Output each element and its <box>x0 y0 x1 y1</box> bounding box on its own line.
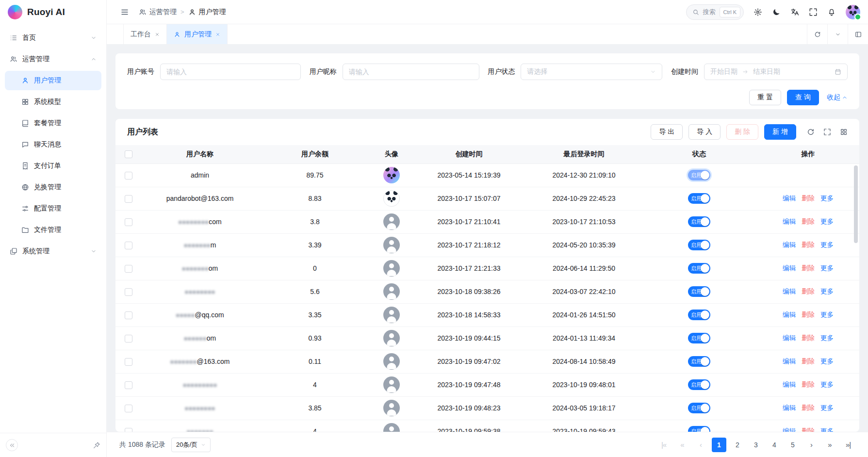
page-button-1[interactable]: 1 <box>712 438 726 452</box>
more-link[interactable]: 更多 <box>820 218 834 225</box>
sidebar-item-config-management[interactable]: 配置管理 <box>5 199 101 218</box>
tabs-refresh-button[interactable] <box>807 24 827 44</box>
sidebar-item-system-management[interactable]: 系统管理 <box>5 242 101 261</box>
row-checkbox[interactable] <box>125 288 132 296</box>
settings-button[interactable] <box>750 4 766 20</box>
collapse-filters-link[interactable]: 收起 <box>827 93 848 102</box>
table-fullscreen-button[interactable] <box>823 128 831 136</box>
edit-link[interactable]: 编辑 <box>783 404 796 411</box>
more-link[interactable]: 更多 <box>820 427 834 432</box>
delete-link[interactable]: 删除 <box>802 404 815 411</box>
edit-link[interactable]: 编辑 <box>783 218 796 225</box>
status-toggle[interactable]: 启用 <box>688 379 710 390</box>
prev-page-button[interactable]: ‹ <box>693 438 708 452</box>
export-button[interactable]: 导 出 <box>651 124 683 140</box>
row-checkbox[interactable] <box>125 428 132 432</box>
status-toggle[interactable]: 启用 <box>688 263 710 274</box>
nickname-input[interactable] <box>343 64 479 80</box>
more-link[interactable]: 更多 <box>820 404 834 411</box>
more-link[interactable]: 更多 <box>820 195 834 202</box>
status-select[interactable]: 请选择 <box>521 64 662 80</box>
status-toggle[interactable]: 启用 <box>688 286 710 297</box>
delete-link[interactable]: 删除 <box>802 241 815 248</box>
row-checkbox[interactable] <box>125 172 132 180</box>
breadcrumb-operations[interactable]: 运营管理 <box>139 8 177 16</box>
account-input[interactable] <box>160 64 301 80</box>
user-avatar[interactable] <box>846 5 860 19</box>
layout-toggle-button[interactable] <box>848 24 868 44</box>
status-toggle[interactable]: 启用 <box>688 356 710 367</box>
status-toggle[interactable]: 启用 <box>688 426 710 432</box>
row-checkbox[interactable] <box>125 381 132 389</box>
status-toggle[interactable]: 启用 <box>688 216 710 227</box>
sidebar-item-file-management[interactable]: 文件管理 <box>5 220 101 240</box>
select-all-checkbox[interactable] <box>125 150 132 158</box>
language-button[interactable] <box>786 4 803 20</box>
tab-user-management[interactable]: 用户管理 <box>167 24 228 44</box>
row-checkbox[interactable] <box>125 405 132 412</box>
status-toggle[interactable]: 启用 <box>688 170 710 180</box>
edit-link[interactable]: 编辑 <box>783 358 796 365</box>
more-link[interactable]: 更多 <box>820 288 834 295</box>
delete-link[interactable]: 删除 <box>802 427 815 432</box>
page-button-2[interactable]: 2 <box>730 438 745 452</box>
column-settings-button[interactable] <box>840 128 848 136</box>
delete-button[interactable]: 删 除 <box>726 124 758 140</box>
edit-link[interactable]: 编辑 <box>783 288 796 295</box>
delete-link[interactable]: 删除 <box>802 334 815 342</box>
tabs-menu-button[interactable] <box>827 24 848 44</box>
row-checkbox[interactable] <box>125 218 132 226</box>
fullscreen-button[interactable] <box>805 4 821 20</box>
import-button[interactable]: 导 入 <box>688 124 721 140</box>
edit-link[interactable]: 编辑 <box>783 264 796 272</box>
status-toggle[interactable]: 启用 <box>688 240 710 250</box>
sidebar-item-operations[interactable]: 运营管理 <box>5 49 101 69</box>
next-page-button[interactable]: › <box>804 438 819 452</box>
dark-mode-button[interactable] <box>768 4 785 20</box>
pin-icon[interactable] <box>93 441 100 449</box>
tab-workbench[interactable]: 工作台 <box>123 24 167 44</box>
status-toggle[interactable]: 启用 <box>688 310 710 320</box>
delete-link[interactable]: 删除 <box>802 195 815 202</box>
sidebar-collapse-button[interactable] <box>6 439 18 451</box>
delete-link[interactable]: 删除 <box>802 358 815 365</box>
first-page-button[interactable]: |« <box>656 438 671 452</box>
delete-link[interactable]: 删除 <box>802 381 815 388</box>
edit-link[interactable]: 编辑 <box>783 241 796 248</box>
more-link[interactable]: 更多 <box>820 241 834 248</box>
row-checkbox[interactable] <box>125 265 132 273</box>
delete-link[interactable]: 删除 <box>802 288 815 295</box>
notifications-button[interactable] <box>823 4 840 20</box>
more-link[interactable]: 更多 <box>820 334 834 342</box>
delete-link[interactable]: 删除 <box>802 264 815 272</box>
global-search[interactable]: 搜索 Ctrl K <box>686 4 744 20</box>
menu-toggle-icon[interactable] <box>120 8 129 16</box>
status-toggle[interactable]: 启用 <box>688 403 710 413</box>
breadcrumb-user-management[interactable]: 用户管理 <box>188 8 226 16</box>
row-checkbox[interactable] <box>125 195 132 203</box>
sidebar-item-home[interactable]: 首页 <box>5 28 101 48</box>
more-link[interactable]: 更多 <box>820 311 834 318</box>
table-scrollbar[interactable] <box>854 165 858 243</box>
more-link[interactable]: 更多 <box>820 381 834 388</box>
close-icon[interactable] <box>155 32 160 37</box>
edit-link[interactable]: 编辑 <box>783 334 796 342</box>
status-toggle[interactable]: 启用 <box>688 333 710 343</box>
edit-link[interactable]: 编辑 <box>783 311 796 318</box>
edit-link[interactable]: 编辑 <box>783 195 796 202</box>
more-link[interactable]: 更多 <box>820 264 834 272</box>
row-checkbox[interactable] <box>125 358 132 366</box>
table-refresh-button[interactable] <box>807 128 815 136</box>
status-toggle[interactable]: 启用 <box>688 193 710 204</box>
row-checkbox[interactable] <box>125 311 132 319</box>
sidebar-item-user-management[interactable]: 用户管理 <box>5 71 101 90</box>
page-button-3[interactable]: 3 <box>749 438 763 452</box>
page-size-select[interactable]: 20条/页 <box>171 438 211 452</box>
sidebar-item-system-model[interactable]: 系统模型 <box>5 92 101 112</box>
sidebar-item-chat-messages[interactable]: 聊天消息 <box>5 135 101 154</box>
sidebar-item-payment-orders[interactable]: 支付订单 <box>5 156 101 176</box>
search-button[interactable]: 查 询 <box>787 90 819 105</box>
row-checkbox[interactable] <box>125 242 132 249</box>
page-button-5[interactable]: 5 <box>786 438 800 452</box>
last-page-button[interactable]: »| <box>841 438 855 452</box>
